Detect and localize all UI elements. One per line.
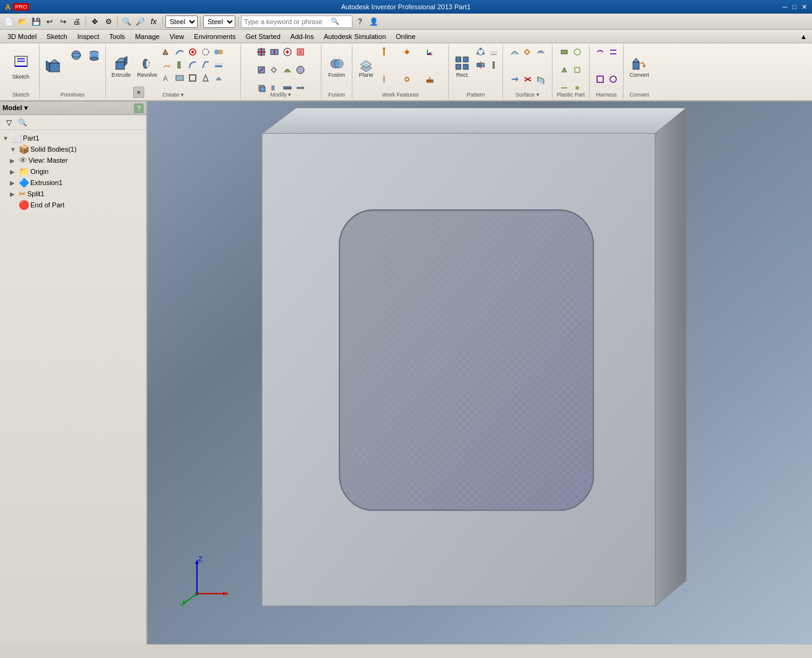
plastic-btn4[interactable] — [571, 64, 583, 76]
viewport[interactable]: Z X Y — [147, 102, 812, 644]
chamfer-button[interactable] — [199, 59, 212, 71]
loft-button[interactable] — [160, 46, 173, 58]
harness-btn3[interactable] — [594, 73, 606, 85]
convert-solid-button[interactable] — [294, 64, 307, 76]
sculpt-button[interactable] — [281, 64, 294, 76]
zoom-fit-button[interactable]: 🔍 — [120, 15, 133, 28]
skip-pattern-button[interactable] — [487, 46, 500, 58]
direct-edit-button[interactable] — [281, 46, 294, 58]
hole-button[interactable] — [186, 46, 199, 58]
decal-button[interactable] — [173, 72, 186, 84]
minimize-button[interactable]: ─ — [783, 3, 788, 11]
sketch-button[interactable]: Sketch — [9, 46, 33, 88]
grounded-button[interactable] — [424, 73, 436, 85]
extrude-button[interactable]: Extrude — [108, 46, 134, 88]
combine-button[interactable] — [212, 46, 225, 58]
formula-button[interactable]: fx — [147, 15, 160, 28]
redo-button[interactable]: ↪ — [57, 15, 69, 28]
settings-button[interactable]: ⚙ — [102, 15, 115, 28]
point-button[interactable] — [401, 46, 413, 58]
menu-3d-model[interactable]: 3D Model — [2, 32, 41, 41]
plastic-btn2[interactable] — [571, 46, 583, 58]
print-button[interactable]: 🖨 — [71, 15, 83, 28]
move-bodies-button[interactable] — [255, 46, 268, 58]
filter-tool[interactable]: ▽ — [2, 117, 15, 128]
menu-inspect[interactable]: Inspect — [72, 32, 104, 41]
sweep-button[interactable] — [173, 46, 186, 58]
tree-item-split1[interactable]: ▶ ✂ Split1 — [1, 188, 145, 199]
revolve-button[interactable]: Revolve — [134, 46, 160, 88]
delete-face-button[interactable]: × — [294, 46, 307, 58]
menu-view[interactable]: View — [165, 32, 190, 41]
stitch-button[interactable] — [268, 64, 281, 76]
harness-btn1[interactable] — [594, 46, 606, 58]
plastic-btn3[interactable] — [558, 64, 570, 76]
ruled-surface-button[interactable] — [535, 73, 547, 85]
shell-button[interactable] — [186, 72, 199, 84]
color-selector[interactable]: Steel — [203, 15, 235, 28]
pattern-more-button[interactable] — [487, 59, 500, 71]
cylinder-button[interactable] — [85, 46, 103, 64]
axis2-button[interactable] — [378, 73, 390, 85]
tree-item-part1[interactable]: ▼ ⬜ Part1 — [1, 132, 145, 144]
material-selector[interactable]: Steel — [165, 15, 198, 28]
menu-simulation[interactable]: Autodesk Simulation — [319, 32, 391, 41]
panel-close-button[interactable]: × — [133, 87, 144, 98]
close-button[interactable]: ✕ — [801, 3, 807, 11]
point2-button[interactable] — [401, 73, 413, 85]
tree-item-extrusion1[interactable]: ▶ 🔷 Extrusion1 — [1, 177, 145, 188]
user-icon[interactable]: 👤 — [367, 15, 380, 28]
tree-item-origin[interactable]: ▶ 📁 Origin — [1, 166, 145, 177]
split-button[interactable] — [268, 46, 281, 58]
boundary-patch-button[interactable] — [212, 72, 225, 84]
undo-button[interactable]: ↩ — [43, 15, 56, 28]
extend-button[interactable] — [509, 73, 521, 85]
fillet-button[interactable] — [186, 59, 199, 71]
menu-environments[interactable]: Environments — [189, 32, 240, 41]
help-icon[interactable]: ? — [354, 15, 366, 28]
move-button[interactable]: ✥ — [89, 15, 101, 28]
save-button[interactable]: 💾 — [30, 15, 42, 28]
search-tool[interactable]: 🔍 — [16, 117, 28, 128]
thicken-button[interactable] — [212, 59, 225, 71]
convert-button[interactable]: Convert — [627, 46, 652, 88]
tree-item-view-master[interactable]: ▶ 👁 View: Master — [1, 155, 145, 166]
search-icon[interactable]: 🔍 — [331, 17, 339, 25]
circular-pattern-button[interactable] — [474, 46, 487, 58]
sew-button[interactable] — [522, 46, 534, 58]
thread-button[interactable] — [199, 46, 212, 58]
plane-button[interactable]: Plane — [355, 46, 377, 88]
new-button[interactable]: 📄 — [2, 15, 15, 28]
zoom-button[interactable]: 🔎 — [134, 15, 146, 28]
menu-get-started[interactable]: Get Started — [241, 32, 286, 41]
draft-button[interactable] — [199, 72, 212, 84]
menu-add-ins[interactable]: Add-Ins — [286, 32, 319, 41]
panel-help-button[interactable]: ? — [134, 103, 144, 113]
axis-button[interactable] — [378, 46, 390, 58]
replace-face-button[interactable] — [255, 64, 268, 76]
ribbon-toggle[interactable]: ▲ — [798, 32, 810, 41]
trim-button[interactable] — [522, 73, 534, 85]
sculpt2-button[interactable] — [535, 46, 547, 58]
patch-button[interactable] — [509, 46, 521, 58]
fusion-button[interactable]: Fusion — [325, 46, 349, 88]
menu-online[interactable]: Online — [391, 32, 421, 41]
plastic-btn1[interactable] — [558, 46, 570, 58]
mirror-button2[interactable] — [474, 59, 487, 71]
maximize-button[interactable]: □ — [792, 3, 797, 11]
box-button[interactable] — [42, 46, 67, 88]
harness-btn4[interactable] — [607, 73, 619, 85]
coil-button[interactable] — [160, 59, 173, 71]
menu-sketch[interactable]: Sketch — [41, 32, 72, 41]
rectangular-pattern-button[interactable]: Rect. — [452, 46, 474, 88]
search-input[interactable] — [244, 18, 331, 25]
menu-tools[interactable]: Tools — [104, 32, 130, 41]
menu-manage[interactable]: Manage — [130, 32, 165, 41]
sphere-button[interactable] — [68, 46, 85, 64]
ucs-button[interactable] — [424, 46, 436, 58]
harness-btn2[interactable] — [607, 46, 619, 58]
open-button[interactable]: 📂 — [16, 15, 28, 28]
rib-button[interactable] — [173, 59, 186, 71]
tree-item-solid-bodies[interactable]: ▼ 📦 Solid Bodies(1) — [1, 144, 145, 155]
search-box[interactable]: 🔍 — [241, 15, 352, 28]
